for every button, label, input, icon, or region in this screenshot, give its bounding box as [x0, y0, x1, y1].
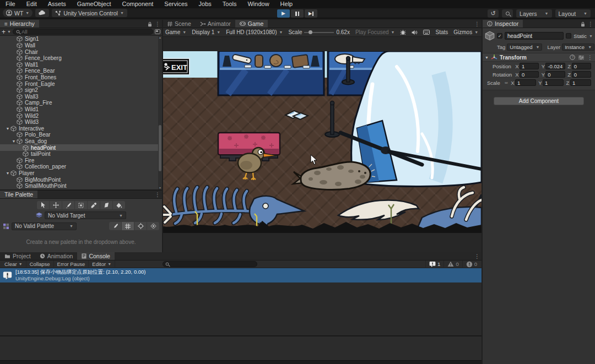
help-icon[interactable]: ? [570, 55, 575, 60]
hierarchy-scrollbar[interactable]: ▲ ▼ [158, 36, 162, 189]
scale-slider-track[interactable] [304, 32, 334, 33]
pause-button[interactable] [291, 9, 304, 18]
presets-icon[interactable] [578, 55, 584, 60]
frame-debugger-button[interactable] [400, 30, 406, 35]
scale-slider-thumb[interactable] [309, 30, 312, 34]
foldout-icon[interactable]: ▼ [11, 139, 17, 143]
chevron-down-icon[interactable]: ▼ [7, 30, 11, 34]
tab-game[interactable]: Game [235, 20, 268, 28]
grid-toggle-button[interactable] [122, 222, 134, 230]
cloud-button[interactable] [35, 9, 49, 17]
hierarchy-item-Fire[interactable]: Fire [0, 157, 162, 164]
console-search-input[interactable] [171, 262, 255, 267]
panel-menu-icon[interactable]: ⋮ [474, 253, 480, 259]
transform-component-header[interactable]: ▼ Transform ? ⋮ [483, 53, 595, 62]
menu-tools[interactable]: Tools [217, 0, 242, 8]
hierarchy-item-headPoint[interactable]: headPoint [0, 144, 162, 151]
undo-history-button[interactable]: ↺ [488, 9, 499, 18]
rotation-y-field[interactable]: 0 [545, 71, 565, 78]
hierarchy-item-Front_Bones[interactable]: Front_Bones [0, 74, 162, 81]
hierarchy-item-tailPoint[interactable]: tailPoint [0, 151, 162, 157]
hierarchy-item-Wall3[interactable]: Wall3 [0, 93, 162, 100]
info-filter-button[interactable]: 1 [425, 260, 443, 268]
hierarchy-item-Wild1[interactable]: Wild1 [0, 106, 162, 113]
select-tool-button[interactable] [37, 201, 49, 209]
static-checkbox[interactable] [566, 33, 571, 39]
menu-services[interactable]: Services [159, 0, 193, 8]
add-component-button[interactable]: Add Component [494, 97, 584, 105]
warning-filter-button[interactable]: 0 [443, 260, 462, 268]
menu-window[interactable]: Window [242, 0, 274, 8]
hierarchy-item-Player[interactable]: ▼Player [0, 170, 162, 177]
console-search-field[interactable] [163, 261, 257, 267]
game-viewport[interactable]: EXIT [163, 37, 482, 252]
tab-animator[interactable]: Animator [196, 20, 235, 28]
object-name-field[interactable]: headPoint [505, 32, 564, 40]
hierarchy-item-Sea_dog[interactable]: ▼Sea_dog [0, 138, 162, 145]
hierarchy-item-Fence_Iceberg[interactable]: Fence_Iceberg [0, 55, 162, 62]
eraser-tool-button[interactable] [100, 201, 112, 209]
tag-dropdown[interactable]: Untagged▼ [507, 44, 542, 51]
menu-file[interactable]: File [0, 0, 21, 8]
foldout-icon[interactable]: ▼ [5, 127, 10, 131]
scale-z-field[interactable]: 1 [570, 79, 591, 86]
scroll-up-icon[interactable]: ▲ [158, 36, 162, 39]
play-button[interactable]: ▶ [277, 9, 290, 18]
fill-tool-button[interactable] [113, 201, 125, 209]
position-z-field[interactable]: 0 [572, 63, 591, 69]
menu-component[interactable]: Component [116, 0, 159, 8]
hierarchy-item-sign2[interactable]: sign2 [0, 87, 162, 94]
palette-dropdown[interactable]: No Valid Palette ▼ [12, 222, 77, 230]
link-scale-icon[interactable]: ∞ [505, 80, 510, 85]
hierarchy-item-Front_Eagle[interactable]: Front_Eagle [0, 80, 162, 87]
hierarchy-item-Interactive[interactable]: ▼Interactive [0, 126, 162, 132]
edit-palette-button[interactable] [109, 222, 121, 230]
search-options-icon[interactable] [155, 29, 160, 34]
error-filter-button[interactable]: 0 [462, 260, 480, 268]
scroll-down-icon[interactable]: ▼ [158, 186, 162, 189]
focus-grid-button[interactable] [134, 222, 147, 230]
collapse-toggle[interactable]: Collapse [26, 260, 54, 268]
menu-edit[interactable]: Edit [21, 0, 42, 8]
step-button[interactable]: ▶ [305, 9, 317, 18]
mute-audio-button[interactable] [412, 30, 418, 35]
foldout-icon[interactable]: ▼ [485, 56, 489, 59]
gizmos-dropdown[interactable]: Gizmos▼ [453, 29, 478, 35]
tab-animation[interactable]: Animation [35, 252, 78, 260]
menu-help[interactable]: Help [275, 0, 299, 8]
tab-hierarchy[interactable]: ≡ Hierarchy [0, 20, 39, 28]
panel-menu-icon[interactable]: ⋮ [155, 21, 160, 27]
panel-menu-icon[interactable]: ⋮ [474, 21, 480, 27]
layer-dropdown[interactable]: Instance▼ [562, 44, 594, 51]
foldout-icon[interactable]: ▼ [5, 171, 10, 175]
hierarchy-search-input[interactable] [21, 29, 150, 35]
picker-tool-button[interactable] [88, 201, 100, 209]
position-x-field[interactable]: 1 [520, 63, 539, 69]
lock-icon[interactable] [148, 21, 152, 27]
hierarchy-item-Fence_Bear[interactable]: Fence_Bear [0, 68, 162, 74]
tab-tile-palette[interactable]: Tile Palette [0, 191, 37, 198]
panel-menu-icon[interactable]: ⋮ [155, 192, 160, 198]
resolution-dropdown[interactable]: Full HD (1920x1080)▼ [226, 29, 283, 35]
console-list[interactable] [0, 282, 482, 334]
paint-tool-button[interactable] [62, 201, 74, 209]
create-object-button[interactable]: + [2, 28, 6, 36]
hierarchy-item-Sign1[interactable]: Sign1 [0, 36, 162, 42]
hierarchy-item-Wall1[interactable]: Wall1 [0, 61, 162, 68]
tab-inspector[interactable]: Inspector [483, 20, 523, 28]
box-fill-tool-button[interactable] [75, 201, 87, 209]
hierarchy-item-Wall[interactable]: Wall [0, 42, 162, 49]
error-pause-toggle[interactable]: Error Pause [54, 260, 89, 268]
account-button[interactable]: WT ▼ [3, 9, 33, 17]
active-checkbox[interactable]: ✓ [497, 33, 502, 39]
hierarchy-item-Collection_paper[interactable]: Collection_paper [0, 164, 162, 170]
hierarchy-item-Polo_Bear[interactable]: Polo_Bear [0, 132, 162, 138]
position-y-field[interactable]: -0.024 [545, 63, 565, 69]
menu-jobs[interactable]: Jobs [193, 0, 217, 8]
hierarchy-item-SmallMouthPoint[interactable]: SmallMouthPoint [0, 183, 162, 189]
panel-menu-icon[interactable]: ⋮ [588, 21, 593, 27]
hierarchy-item-Camp_Fire[interactable]: Camp_Fire [0, 100, 162, 106]
scale-x-field[interactable]: 1 [515, 79, 536, 86]
menu-gameobject[interactable]: GameObject [72, 0, 117, 8]
display-dropdown[interactable]: Display 1▼ [192, 29, 220, 35]
